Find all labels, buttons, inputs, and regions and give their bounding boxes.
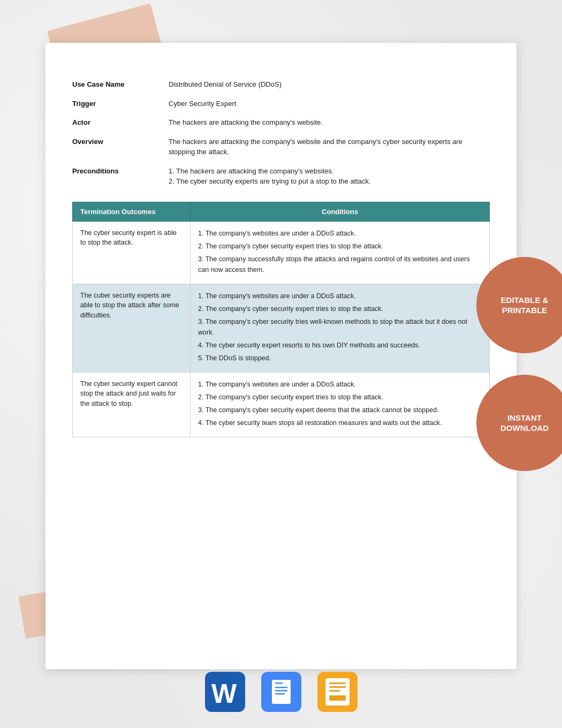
conditions-3: 1. The company's websites are under a DD… (191, 372, 490, 437)
label-trigger: Trigger (72, 98, 169, 108)
condition-3-3: 3. The company's cyber security expert d… (198, 405, 482, 415)
download-badge-text: INSTANTDOWNLOAD (500, 413, 549, 434)
docs-icon (261, 672, 301, 712)
condition-2-5: 5. The DDoS is stopped. (198, 353, 482, 363)
main-card: Use Case Name Distributed Denial of Serv… (45, 43, 517, 669)
condition-2-3: 3. The company's cyber security tries we… (198, 316, 482, 338)
info-row-overview: Overview The hackers are attacking the c… (72, 132, 490, 162)
svg-rect-4 (275, 687, 287, 688)
condition-2-2: 2. The company's cyber security expert t… (198, 304, 482, 314)
header-conditions: Conditions (191, 202, 490, 221)
value-usecase: Distributed Denial of Service (DDoS) (169, 79, 490, 90)
table-row: The cyber security expert is able to sto… (73, 221, 490, 284)
label-actor: Actor (72, 117, 169, 126)
svg-rect-10 (329, 682, 346, 684)
table-row: The cyber security expert cannot stop th… (73, 372, 490, 437)
value-trigger: Cyber Security Expert (169, 98, 490, 109)
label-overview: Overview (72, 136, 169, 146)
condition-1-3: 3. The company successfully stops the at… (198, 254, 482, 275)
info-row-usecase: Use Case Name Distributed Denial of Serv… (72, 75, 490, 94)
condition-3-2: 2. The company's cyber security expert t… (198, 392, 482, 403)
precondition-1: 1. The hackers are attacking the company… (169, 166, 490, 177)
condition-3-4: 4. The cyber security team stops all res… (198, 418, 482, 428)
value-overview: The hackers are attacking the company's … (169, 136, 490, 157)
pages-icon (317, 672, 358, 712)
info-row-trigger: Trigger Cyber Security Expert (72, 94, 490, 113)
info-row-preconditions: Preconditions 1. The hackers are attacki… (72, 162, 490, 191)
value-preconditions: 1. The hackers are attacking the company… (169, 166, 490, 187)
outcome-2: The cuber security experts are able to s… (73, 284, 191, 372)
termination-table: Termination Outcomes Conditions The cybe… (72, 202, 490, 437)
conditions-1: 1. The company's websites are under a DD… (191, 221, 490, 284)
conditions-2: 1. The company's websites are under a DD… (191, 284, 490, 372)
outcome-3: The cyber security expert cannot stop th… (73, 372, 191, 437)
svg-rect-6 (275, 693, 285, 695)
value-actor: The hackers are attacking the company's … (169, 117, 490, 128)
svg-rect-7 (275, 682, 283, 684)
svg-text:W: W (211, 679, 237, 709)
info-table: Use Case Name Distributed Denial of Serv… (72, 75, 490, 191)
word-icon: W (205, 672, 245, 712)
precondition-2: 2. The cyber security experts are trying… (169, 176, 490, 187)
svg-rect-9 (325, 678, 350, 706)
svg-rect-11 (329, 686, 346, 688)
table-row: The cuber security experts are able to s… (73, 284, 490, 372)
condition-2-1: 1. The company's websites are under a DD… (198, 291, 482, 301)
svg-rect-5 (275, 690, 287, 692)
svg-rect-13 (329, 695, 346, 701)
app-icons-row: W (0, 672, 562, 712)
table-header-row: Termination Outcomes Conditions (73, 202, 490, 221)
label-usecase: Use Case Name (72, 79, 169, 88)
svg-rect-12 (329, 690, 340, 692)
header-termination: Termination Outcomes (73, 202, 191, 221)
condition-1-2: 2. The company's cyber security expert t… (198, 241, 482, 252)
condition-1-1: 1. The company's websites are under a DD… (198, 228, 482, 239)
outcome-1: The cyber security expert is able to sto… (73, 221, 191, 284)
info-row-actor: Actor The hackers are attacking the comp… (72, 113, 490, 132)
label-preconditions: Preconditions (72, 166, 169, 175)
condition-3-1: 1. The company's websites are under a DD… (198, 379, 482, 390)
condition-2-4: 4. The cyber security expert resorts to … (198, 340, 482, 351)
editable-badge-text: EDITABLE &PRINTABLE (501, 295, 549, 316)
